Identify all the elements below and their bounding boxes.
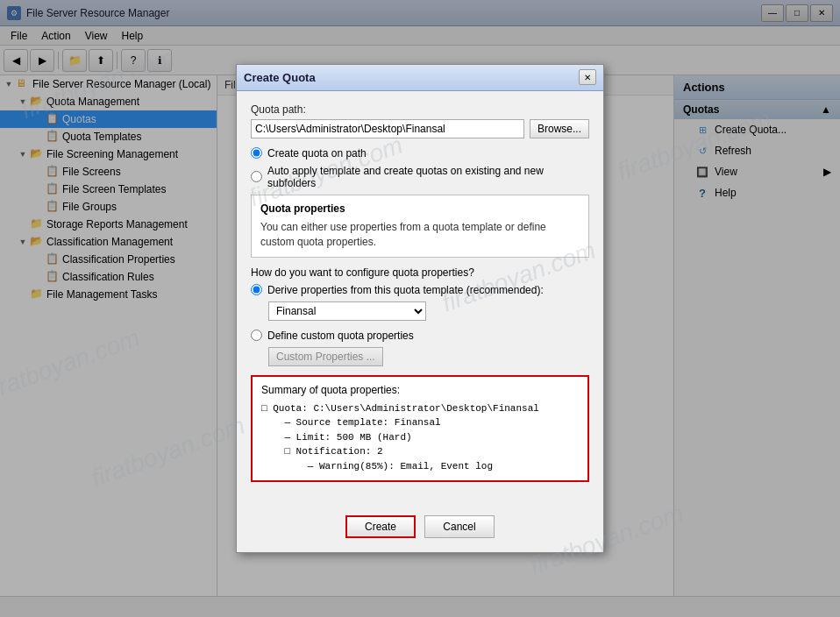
quota-path-row: Browse... bbox=[251, 119, 589, 138]
custom-properties-button[interactable]: Custom Properties ... bbox=[268, 347, 383, 366]
template-select[interactable]: Finansal bbox=[268, 301, 426, 321]
modal-close-button[interactable]: ✕ bbox=[579, 69, 596, 85]
configure-label: How do you want to configure quota prope… bbox=[251, 266, 589, 279]
browse-button[interactable]: Browse... bbox=[530, 119, 589, 138]
radio-custom[interactable] bbox=[251, 330, 262, 341]
summary-line-1: □ Quota: C:\Users\Administrator\Desktop\… bbox=[261, 401, 579, 416]
create-button[interactable]: Create bbox=[345, 515, 416, 538]
radio-auto-apply-row: Auto apply template and create quotas on… bbox=[251, 165, 589, 189]
summary-line-5: — Warning(85%): Email, Event log bbox=[261, 459, 579, 474]
modal-overlay: Create Quota ✕ Quota path: Browse... Cre… bbox=[0, 0, 840, 617]
summary-line-2: — Source template: Finansal bbox=[261, 415, 579, 430]
create-quota-dialog: Create Quota ✕ Quota path: Browse... Cre… bbox=[236, 64, 604, 553]
quota-properties-title: Quota properties bbox=[260, 202, 580, 215]
summary-line-4: □ Notification: 2 bbox=[261, 444, 579, 459]
radio-create-on-path[interactable] bbox=[251, 147, 262, 159]
summary-box: Summary of quota properties: □ Quota: C:… bbox=[251, 375, 589, 483]
modal-footer: Create Cancel bbox=[237, 507, 603, 552]
summary-tree: □ Quota: C:\Users\Administrator\Desktop\… bbox=[261, 401, 579, 474]
radio-derive-label: Derive properties from this quota templa… bbox=[267, 284, 544, 296]
radio-auto-apply[interactable] bbox=[251, 171, 262, 182]
quota-properties-box: Quota properties You can either use prop… bbox=[251, 195, 589, 258]
radio-custom-row: Define custom quota properties bbox=[251, 330, 589, 342]
radio-create-on-path-row: Create quota on path bbox=[251, 147, 589, 160]
radio-auto-apply-label: Auto apply template and create quotas on… bbox=[267, 165, 589, 189]
modal-title-bar: Create Quota ✕ bbox=[237, 65, 603, 91]
radio-custom-label: Define custom quota properties bbox=[267, 330, 414, 342]
summary-title: Summary of quota properties: bbox=[261, 384, 579, 396]
cancel-button[interactable]: Cancel bbox=[424, 515, 495, 538]
radio-create-on-path-label: Create quota on path bbox=[267, 147, 367, 160]
radio-derive[interactable] bbox=[251, 284, 262, 295]
modal-title: Create Quota bbox=[244, 71, 316, 84]
summary-line-3: — Limit: 500 MB (Hard) bbox=[261, 430, 579, 445]
quota-path-label: Quota path: bbox=[251, 103, 589, 116]
quota-path-input[interactable] bbox=[251, 119, 524, 138]
template-dropdown-row: Finansal bbox=[251, 301, 589, 321]
modal-body: Quota path: Browse... Create quota on pa… bbox=[237, 91, 603, 507]
radio-derive-row: Derive properties from this quota templa… bbox=[251, 284, 589, 296]
quota-properties-desc: You can either use properties from a quo… bbox=[260, 220, 580, 250]
